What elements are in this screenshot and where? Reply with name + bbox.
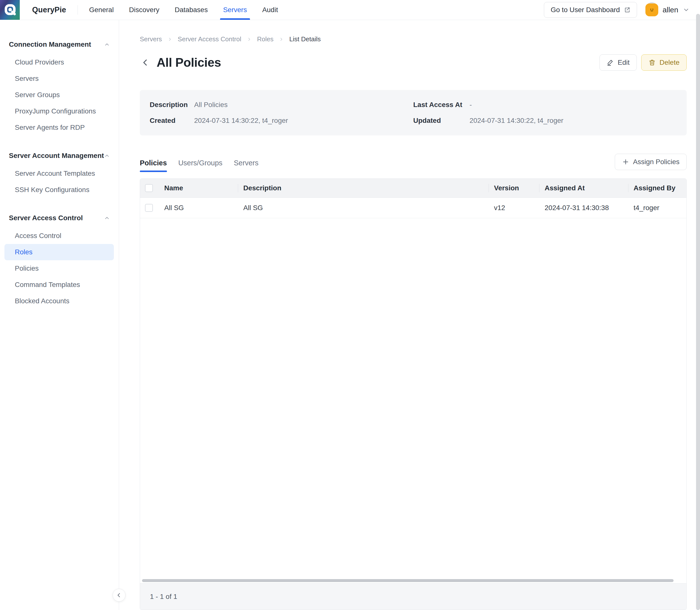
chevron-right-icon: [247, 37, 252, 42]
sidebar-item-policies[interactable]: Policies: [0, 260, 119, 276]
row-checkbox[interactable]: [145, 204, 153, 212]
sidebar-item-server-agents-for-rdp[interactable]: Server Agents for RDP: [0, 119, 119, 136]
pencil-icon: [607, 59, 614, 66]
primary-nav: General Discovery Databases Servers Audi…: [89, 0, 278, 20]
trash-icon: [648, 59, 656, 66]
topbar-right: Go to User Dashboard: [544, 2, 700, 18]
sidebar-section-title-label: Server Access Control: [9, 214, 83, 222]
column-header-version: Version: [488, 179, 539, 197]
column-header-description: Description: [238, 179, 488, 197]
cell-version: v12: [488, 198, 539, 218]
sidebar-item-blocked-accounts[interactable]: Blocked Accounts: [0, 293, 119, 309]
detail-updated: Updated 2024-07-31 14:30:22, t4_roger: [413, 116, 677, 125]
column-header-name: Name: [159, 179, 238, 197]
table-row[interactable]: All SG All SG v12 2024-07-31 14:30:38 t4…: [140, 198, 686, 218]
header-checkbox-cell: [140, 179, 159, 197]
breadcrumb-roles[interactable]: Roles: [257, 35, 273, 43]
tab-policies[interactable]: Policies: [140, 159, 167, 172]
chevron-up-icon: [104, 42, 110, 47]
tab-servers[interactable]: Servers: [234, 159, 259, 172]
sidebar-item-command-templates[interactable]: Command Templates: [0, 276, 119, 293]
querypie-logo[interactable]: [0, 0, 20, 20]
user-menu[interactable]: allen: [646, 3, 690, 16]
page-title: All Policies: [156, 55, 221, 70]
sidebar-section-title-label: Connection Management: [9, 41, 91, 48]
chevron-left-icon: [116, 592, 122, 599]
detail-description: Description All Policies: [150, 100, 413, 109]
detail-created: Created 2024-07-31 14:30:22, t4_roger: [150, 116, 413, 125]
pagination-info: 1 - 1 of 1: [150, 593, 177, 600]
querypie-admin-page: QueryPie General Discovery Databases Ser…: [0, 0, 700, 610]
chevron-right-icon: [167, 37, 172, 42]
delete-button[interactable]: Delete: [641, 54, 687, 71]
detail-last-access: Last Access At -: [413, 100, 677, 109]
sidebar-section-title[interactable]: Server Account Management: [0, 149, 119, 162]
row-checkbox-cell: [140, 198, 159, 218]
sidebar-item-server-account-templates[interactable]: Server Account Templates: [0, 165, 119, 182]
last-access-label: Last Access At: [413, 100, 469, 109]
table-footer: 1 - 1 of 1: [140, 583, 686, 610]
nav-item-servers[interactable]: Servers: [223, 0, 247, 20]
details-panel: Description All Policies Last Access At …: [140, 90, 687, 135]
updated-value: 2024-07-31 14:30:22, t4_roger: [469, 116, 563, 125]
sidebar-item-servers[interactable]: Servers: [0, 70, 119, 87]
sidebar-section-title[interactable]: Server Access Control: [0, 212, 119, 224]
title-row: All Policies Edit Delete: [140, 54, 687, 71]
plus-icon: [622, 158, 629, 165]
assign-policies-label: Assign Policies: [633, 158, 680, 166]
tab-users-groups[interactable]: Users/Groups: [178, 159, 222, 172]
description-value: All Policies: [194, 100, 228, 109]
horizontal-scrollbar: [140, 578, 686, 583]
last-access-value: -: [469, 100, 472, 109]
vertical-scrollbar[interactable]: [696, 14, 700, 610]
back-button[interactable]: [140, 57, 151, 68]
tabs-row: Policies Users/Groups Servers Assign Pol…: [140, 154, 687, 172]
external-link-icon: [624, 7, 630, 13]
sidebar-item-server-groups[interactable]: Server Groups: [0, 87, 119, 103]
created-value: 2024-07-31 14:30:22, t4_roger: [194, 116, 288, 125]
sidebar-item-ssh-key-configurations[interactable]: SSH Key Configurations: [0, 182, 119, 198]
table-header-row: Name Description Version Assigned At Ass…: [140, 179, 686, 198]
breadcrumb-server-access-control[interactable]: Server Access Control: [178, 35, 241, 43]
select-all-checkbox[interactable]: [145, 184, 153, 192]
sidebar-section-server-access-control: Server Access Control Access Control Rol…: [0, 212, 119, 309]
assign-policies-button[interactable]: Assign Policies: [615, 154, 687, 170]
sidebar-section-title-label: Server Account Management: [9, 152, 104, 160]
sidebar: Connection Management Cloud Providers Se…: [0, 20, 119, 610]
top-nav-bar: QueryPie General Discovery Databases Ser…: [0, 0, 700, 20]
sidebar-item-roles[interactable]: Roles: [4, 244, 114, 260]
description-label: Description: [150, 100, 194, 109]
nav-item-general[interactable]: General: [89, 0, 114, 20]
edit-button[interactable]: Edit: [599, 54, 637, 71]
tabs: Policies Users/Groups Servers: [140, 159, 259, 172]
cell-name: All SG: [159, 198, 238, 218]
main-content: Servers Server Access Control Roles List…: [119, 20, 700, 610]
policies-table: Name Description Version Assigned At Ass…: [140, 178, 687, 610]
sidebar-item-proxyjump-configurations[interactable]: ProxyJump Configurations: [0, 103, 119, 119]
sidebar-collapse-button[interactable]: [113, 589, 126, 601]
cell-description: All SG: [238, 198, 488, 218]
delete-button-label: Delete: [660, 59, 680, 66]
avatar: [646, 3, 658, 16]
created-label: Created: [150, 116, 194, 125]
sidebar-section-server-account-management: Server Account Management Server Account…: [0, 149, 119, 198]
breadcrumb-servers[interactable]: Servers: [140, 35, 162, 43]
nav-item-databases[interactable]: Databases: [174, 0, 208, 20]
sidebar-item-cloud-providers[interactable]: Cloud Providers: [0, 54, 119, 70]
column-header-assigned-by: Assigned By: [628, 179, 686, 197]
dashboard-button-label: Go to User Dashboard: [551, 6, 620, 14]
table-empty-area: [140, 218, 686, 578]
chevron-right-icon: [279, 37, 284, 42]
sidebar-item-access-control[interactable]: Access Control: [0, 228, 119, 244]
chevron-left-icon: [141, 58, 150, 67]
chevron-down-icon: [683, 6, 690, 13]
sidebar-section-title[interactable]: Connection Management: [0, 38, 119, 51]
horizontal-scrollbar-thumb[interactable]: [142, 579, 673, 582]
brand-divider: [78, 5, 78, 15]
brand-name: QueryPie: [32, 5, 66, 14]
nav-item-audit[interactable]: Audit: [262, 0, 278, 20]
nav-item-discovery[interactable]: Discovery: [129, 0, 159, 20]
go-to-user-dashboard-button[interactable]: Go to User Dashboard: [544, 2, 637, 18]
column-header-assigned-at: Assigned At: [539, 179, 628, 197]
chevron-up-icon: [104, 153, 110, 159]
